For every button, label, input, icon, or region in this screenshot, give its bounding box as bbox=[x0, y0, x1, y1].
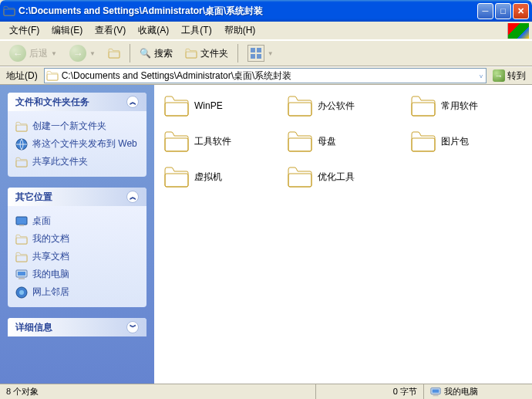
folders-icon bbox=[185, 48, 197, 59]
menu-file[interactable]: 文件(F) bbox=[3, 22, 45, 39]
svg-rect-4 bbox=[18, 272, 25, 276]
places-panel-header[interactable]: 其它位置 ︽ bbox=[8, 188, 146, 206]
details-panel-header[interactable]: 详细信息 ︾ bbox=[8, 318, 146, 336]
status-size: 0 字节 bbox=[316, 384, 424, 399]
status-location: 我的电脑 bbox=[424, 384, 532, 399]
up-button[interactable] bbox=[103, 46, 125, 60]
toolbar-separator bbox=[237, 44, 238, 63]
address-path: C:\Documents and Settings\Administrator\… bbox=[62, 69, 475, 83]
close-button[interactable]: ✕ bbox=[513, 3, 529, 19]
toolbar-separator bbox=[130, 44, 130, 63]
folder-item[interactable]: 工具软件 bbox=[163, 130, 279, 153]
desktop-icon bbox=[15, 215, 28, 228]
svg-rect-1 bbox=[16, 217, 27, 225]
status-bar: 8 个对象 0 字节 我的电脑 bbox=[0, 384, 532, 399]
view-dropdown-icon: ▼ bbox=[268, 50, 274, 57]
folder-label: 母盘 bbox=[318, 135, 336, 148]
menu-tools[interactable]: 工具(T) bbox=[175, 22, 217, 39]
menu-bar: 文件(F) 编辑(E) 查看(V) 收藏(A) 工具(T) 帮助(H) bbox=[0, 22, 532, 40]
task-share[interactable]: 共享此文件夹 bbox=[15, 153, 139, 171]
title-bar: C:\Documents and Settings\Administrator\… bbox=[0, 0, 532, 22]
place-desktop[interactable]: 桌面 bbox=[15, 212, 139, 230]
menu-view[interactable]: 查看(V) bbox=[89, 22, 132, 39]
folder-item[interactable]: 优化工具 bbox=[287, 165, 402, 188]
view-button[interactable]: ▼ bbox=[243, 43, 278, 63]
menu-help[interactable]: 帮助(H) bbox=[218, 22, 262, 39]
computer-icon bbox=[430, 387, 441, 397]
folder-icon bbox=[410, 130, 436, 153]
task-publish-web[interactable]: 将这个文件夹发布到 Web bbox=[15, 135, 139, 153]
address-bar: 地址(D) C:\Documents and Settings\Administ… bbox=[0, 66, 532, 85]
folder-label: 图片包 bbox=[441, 135, 469, 148]
menu-favorites[interactable]: 收藏(A) bbox=[132, 22, 175, 39]
folder-label: 虚拟机 bbox=[194, 171, 222, 184]
folder-icon bbox=[163, 130, 190, 153]
svg-rect-5 bbox=[19, 278, 25, 279]
go-button[interactable]: → 转到 bbox=[490, 69, 529, 83]
folder-item[interactable]: 图片包 bbox=[410, 130, 526, 153]
back-arrow-icon: ← bbox=[9, 45, 26, 62]
collapse-icon: ︽ bbox=[126, 96, 139, 108]
folder-icon bbox=[163, 94, 190, 117]
address-input[interactable]: C:\Documents and Settings\Administrator\… bbox=[44, 68, 487, 83]
up-folder-icon bbox=[108, 48, 120, 59]
search-icon: 🔍 bbox=[140, 48, 151, 59]
folder-label: WinPE bbox=[194, 100, 223, 111]
place-network[interactable]: 网上邻居 bbox=[15, 283, 139, 301]
globe-icon bbox=[15, 138, 28, 150]
back-dropdown-icon: ▼ bbox=[51, 50, 57, 57]
window-folder-icon bbox=[3, 5, 15, 17]
address-label: 地址(D) bbox=[3, 69, 41, 83]
forward-button[interactable]: → ▼ bbox=[65, 43, 100, 63]
svg-rect-10 bbox=[433, 394, 439, 396]
place-shared-documents[interactable]: 共享文档 bbox=[15, 248, 139, 265]
toolbar: ← 后退 ▼ → ▼ 🔍 搜索 文件夹 ▼ bbox=[0, 40, 532, 66]
go-arrow-icon: → bbox=[493, 69, 505, 82]
search-button[interactable]: 🔍 搜索 bbox=[135, 46, 177, 62]
forward-dropdown-icon: ▼ bbox=[89, 50, 96, 57]
place-my-computer[interactable]: 我的电脑 bbox=[15, 265, 139, 283]
window-title: C:\Documents and Settings\Administrator\… bbox=[19, 5, 477, 18]
folder-icon bbox=[287, 94, 313, 117]
folder-icon bbox=[163, 165, 190, 188]
side-panel: 文件和文件夹任务 ︽ 创建一个新文件夹 将这个文件夹发布到 Web 共享此文件夹… bbox=[0, 85, 154, 384]
folder-item[interactable]: 虚拟机 bbox=[163, 165, 279, 188]
windows-flag-icon bbox=[507, 23, 529, 39]
view-icon bbox=[247, 45, 264, 62]
places-panel: 其它位置 ︽ 桌面 我的文档 共享文档 我的电脑 网上邻居 bbox=[8, 188, 146, 307]
folder-content[interactable]: WinPE办公软件常用软件工具软件母盘图片包虚拟机优化工具 bbox=[154, 85, 532, 384]
folder-label: 办公软件 bbox=[318, 100, 355, 113]
address-folder-icon bbox=[46, 70, 59, 81]
maximize-button[interactable]: □ bbox=[495, 3, 511, 19]
expand-icon: ︾ bbox=[126, 321, 139, 333]
back-button[interactable]: ← 后退 ▼ bbox=[5, 43, 62, 63]
svg-point-7 bbox=[19, 290, 24, 295]
folder-label: 工具软件 bbox=[194, 135, 231, 148]
folder-item[interactable]: 母盘 bbox=[287, 130, 402, 153]
svg-rect-2 bbox=[19, 225, 24, 226]
tasks-panel-header[interactable]: 文件和文件夹任务 ︽ bbox=[8, 93, 146, 111]
folder-icon bbox=[287, 165, 313, 188]
share-folder-icon bbox=[15, 156, 28, 168]
address-dropdown-icon[interactable]: v bbox=[478, 73, 484, 79]
place-my-documents[interactable]: 我的文档 bbox=[15, 230, 139, 248]
computer-icon bbox=[15, 269, 28, 281]
menu-edit[interactable]: 编辑(E) bbox=[45, 22, 89, 39]
folder-item[interactable]: 常用软件 bbox=[410, 94, 526, 117]
minimize-button[interactable]: ─ bbox=[477, 3, 493, 19]
forward-arrow-icon: → bbox=[69, 45, 86, 62]
folder-icon bbox=[410, 94, 436, 117]
task-new-folder[interactable]: 创建一个新文件夹 bbox=[15, 117, 139, 135]
folder-label: 优化工具 bbox=[318, 171, 355, 184]
tasks-panel: 文件和文件夹任务 ︽ 创建一个新文件夹 将这个文件夹发布到 Web 共享此文件夹 bbox=[8, 93, 146, 177]
folder-icon bbox=[287, 130, 313, 153]
folder-label: 常用软件 bbox=[441, 100, 478, 113]
folder-item[interactable]: 办公软件 bbox=[287, 94, 402, 117]
shared-docs-icon bbox=[15, 251, 28, 263]
folder-item[interactable]: WinPE bbox=[163, 94, 279, 117]
new-folder-icon bbox=[15, 120, 28, 133]
status-count: 8 个对象 bbox=[0, 384, 316, 399]
details-panel: 详细信息 ︾ bbox=[8, 318, 146, 336]
folders-button[interactable]: 文件夹 bbox=[180, 46, 233, 62]
svg-rect-9 bbox=[433, 389, 439, 392]
